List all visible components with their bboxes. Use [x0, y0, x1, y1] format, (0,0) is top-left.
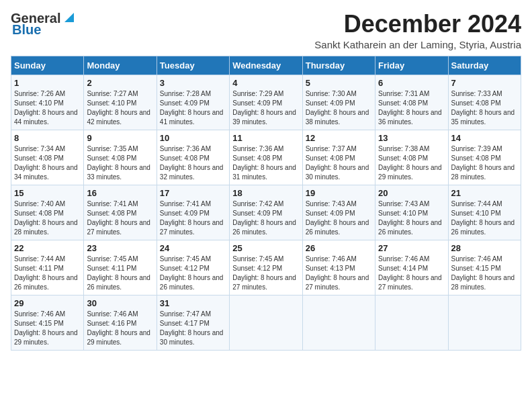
- day-number: 3: [160, 78, 226, 88]
- calendar-cell: 8Sunrise: 7:34 AMSunset: 4:08 PMDaylight…: [11, 130, 84, 185]
- calendar-cell: 3Sunrise: 7:28 AMSunset: 4:09 PMDaylight…: [157, 75, 229, 130]
- day-number: 8: [14, 133, 81, 143]
- calendar-cell: 12Sunrise: 7:37 AMSunset: 4:08 PMDayligh…: [302, 130, 375, 185]
- day-number: 7: [451, 78, 518, 88]
- day-number: 14: [451, 133, 518, 143]
- calendar-cell: 1Sunrise: 7:26 AMSunset: 4:10 PMDaylight…: [11, 75, 84, 130]
- day-detail: Sunrise: 7:46 AMSunset: 4:13 PMDaylight:…: [306, 255, 372, 292]
- day-number: 18: [232, 188, 299, 198]
- calendar-cell: 18Sunrise: 7:42 AMSunset: 4:09 PMDayligh…: [230, 185, 302, 240]
- day-detail: Sunrise: 7:31 AMSunset: 4:08 PMDaylight:…: [378, 89, 445, 127]
- day-number: 9: [87, 133, 153, 143]
- calendar-cell: 15Sunrise: 7:40 AMSunset: 4:08 PMDayligh…: [11, 185, 84, 240]
- calendar-cell: 16Sunrise: 7:41 AMSunset: 4:08 PMDayligh…: [84, 185, 157, 240]
- month-title: December 2024: [314, 11, 521, 38]
- calendar-cell: 25Sunrise: 7:45 AMSunset: 4:12 PMDayligh…: [230, 240, 302, 295]
- calendar-cell: [375, 295, 448, 350]
- day-detail: Sunrise: 7:43 AMSunset: 4:10 PMDaylight:…: [378, 199, 445, 237]
- calendar-week-row: 15Sunrise: 7:40 AMSunset: 4:08 PMDayligh…: [11, 185, 521, 240]
- day-number: 12: [306, 133, 372, 143]
- day-number: 16: [87, 188, 153, 198]
- day-number: 25: [232, 243, 299, 253]
- day-number: 10: [160, 133, 226, 143]
- calendar-cell: 31Sunrise: 7:47 AMSunset: 4:17 PMDayligh…: [157, 295, 229, 350]
- calendar-cell: 10Sunrise: 7:36 AMSunset: 4:08 PMDayligh…: [157, 130, 229, 185]
- day-detail: Sunrise: 7:39 AMSunset: 4:08 PMDaylight:…: [451, 144, 518, 182]
- day-detail: Sunrise: 7:37 AMSunset: 4:08 PMDaylight:…: [306, 144, 372, 182]
- day-detail: Sunrise: 7:38 AMSunset: 4:08 PMDaylight:…: [378, 144, 445, 182]
- day-detail: Sunrise: 7:27 AMSunset: 4:10 PMDaylight:…: [87, 89, 153, 127]
- day-detail: Sunrise: 7:45 AMSunset: 4:12 PMDaylight:…: [160, 255, 226, 292]
- weekday-header-wednesday: Wednesday: [230, 56, 302, 75]
- page-header: General Blue December 2024 Sankt Kathare…: [11, 11, 521, 50]
- day-number: 27: [378, 243, 445, 253]
- day-number: 22: [14, 243, 81, 253]
- weekday-header-tuesday: Tuesday: [157, 56, 229, 75]
- day-detail: Sunrise: 7:42 AMSunset: 4:09 PMDaylight:…: [232, 199, 299, 237]
- calendar-cell: 11Sunrise: 7:36 AMSunset: 4:08 PMDayligh…: [230, 130, 302, 185]
- weekday-header-friday: Friday: [375, 56, 448, 75]
- calendar-cell: 9Sunrise: 7:35 AMSunset: 4:08 PMDaylight…: [84, 130, 157, 185]
- day-detail: Sunrise: 7:47 AMSunset: 4:17 PMDaylight:…: [160, 310, 226, 347]
- calendar-cell: 4Sunrise: 7:29 AMSunset: 4:09 PMDaylight…: [230, 75, 302, 130]
- svg-marker-0: [64, 13, 74, 22]
- weekday-header-monday: Monday: [84, 56, 157, 75]
- day-number: 4: [232, 78, 299, 88]
- calendar-cell: 23Sunrise: 7:45 AMSunset: 4:11 PMDayligh…: [84, 240, 157, 295]
- calendar-cell: 19Sunrise: 7:43 AMSunset: 4:09 PMDayligh…: [302, 185, 375, 240]
- day-number: 20: [378, 188, 445, 198]
- day-detail: Sunrise: 7:26 AMSunset: 4:10 PMDaylight:…: [14, 89, 81, 127]
- calendar-cell: [448, 295, 521, 350]
- calendar-cell: 2Sunrise: 7:27 AMSunset: 4:10 PMDaylight…: [84, 75, 157, 130]
- calendar-cell: 13Sunrise: 7:38 AMSunset: 4:08 PMDayligh…: [375, 130, 448, 185]
- logo: General Blue: [11, 11, 77, 38]
- day-detail: Sunrise: 7:46 AMSunset: 4:14 PMDaylight:…: [378, 255, 445, 292]
- day-detail: Sunrise: 7:41 AMSunset: 4:08 PMDaylight:…: [87, 199, 153, 237]
- day-number: 21: [451, 188, 518, 198]
- day-number: 31: [160, 298, 226, 308]
- calendar-cell: [302, 295, 375, 350]
- calendar-cell: 21Sunrise: 7:44 AMSunset: 4:10 PMDayligh…: [448, 185, 521, 240]
- day-detail: Sunrise: 7:34 AMSunset: 4:08 PMDaylight:…: [14, 144, 81, 182]
- day-number: 6: [378, 78, 445, 88]
- day-number: 26: [306, 243, 372, 253]
- day-number: 5: [306, 78, 372, 88]
- weekday-header-saturday: Saturday: [448, 56, 521, 75]
- day-detail: Sunrise: 7:40 AMSunset: 4:08 PMDaylight:…: [14, 199, 81, 237]
- day-detail: Sunrise: 7:29 AMSunset: 4:09 PMDaylight:…: [232, 89, 299, 127]
- day-detail: Sunrise: 7:46 AMSunset: 4:15 PMDaylight:…: [14, 310, 81, 347]
- calendar-cell: 29Sunrise: 7:46 AMSunset: 4:15 PMDayligh…: [11, 295, 84, 350]
- day-detail: Sunrise: 7:30 AMSunset: 4:09 PMDaylight:…: [306, 89, 372, 127]
- calendar-cell: 22Sunrise: 7:44 AMSunset: 4:11 PMDayligh…: [11, 240, 84, 295]
- day-detail: Sunrise: 7:36 AMSunset: 4:08 PMDaylight:…: [160, 144, 226, 182]
- day-number: 17: [160, 188, 226, 198]
- day-number: 2: [87, 78, 153, 88]
- day-number: 30: [87, 298, 153, 308]
- calendar-cell: 28Sunrise: 7:46 AMSunset: 4:15 PMDayligh…: [448, 240, 521, 295]
- day-number: 29: [14, 298, 81, 308]
- location-title: Sankt Katharein an der Laming, Styria, A…: [314, 39, 521, 50]
- day-number: 13: [378, 133, 445, 143]
- calendar-cell: 7Sunrise: 7:33 AMSunset: 4:08 PMDaylight…: [448, 75, 521, 130]
- day-number: 19: [306, 188, 372, 198]
- day-detail: Sunrise: 7:46 AMSunset: 4:15 PMDaylight:…: [451, 255, 518, 292]
- day-detail: Sunrise: 7:36 AMSunset: 4:08 PMDaylight:…: [232, 144, 299, 182]
- day-number: 1: [14, 78, 81, 88]
- day-number: 23: [87, 243, 153, 253]
- calendar-cell: [230, 295, 302, 350]
- day-detail: Sunrise: 7:41 AMSunset: 4:09 PMDaylight:…: [160, 199, 226, 237]
- calendar-cell: 6Sunrise: 7:31 AMSunset: 4:08 PMDaylight…: [375, 75, 448, 130]
- calendar-cell: 30Sunrise: 7:46 AMSunset: 4:16 PMDayligh…: [84, 295, 157, 350]
- day-detail: Sunrise: 7:35 AMSunset: 4:08 PMDaylight:…: [87, 144, 153, 182]
- logo-blue: Blue: [12, 22, 41, 38]
- calendar-week-row: 1Sunrise: 7:26 AMSunset: 4:10 PMDaylight…: [11, 75, 521, 130]
- calendar-week-row: 8Sunrise: 7:34 AMSunset: 4:08 PMDaylight…: [11, 130, 521, 185]
- day-detail: Sunrise: 7:44 AMSunset: 4:11 PMDaylight:…: [14, 255, 81, 292]
- day-detail: Sunrise: 7:28 AMSunset: 4:09 PMDaylight:…: [160, 89, 226, 127]
- calendar-cell: 14Sunrise: 7:39 AMSunset: 4:08 PMDayligh…: [448, 130, 521, 185]
- calendar-table: SundayMondayTuesdayWednesdayThursdayFrid…: [11, 56, 521, 351]
- day-detail: Sunrise: 7:45 AMSunset: 4:11 PMDaylight:…: [87, 255, 153, 292]
- title-block: December 2024 Sankt Katharein an der Lam…: [314, 11, 521, 50]
- calendar-cell: 20Sunrise: 7:43 AMSunset: 4:10 PMDayligh…: [375, 185, 448, 240]
- calendar-cell: 26Sunrise: 7:46 AMSunset: 4:13 PMDayligh…: [302, 240, 375, 295]
